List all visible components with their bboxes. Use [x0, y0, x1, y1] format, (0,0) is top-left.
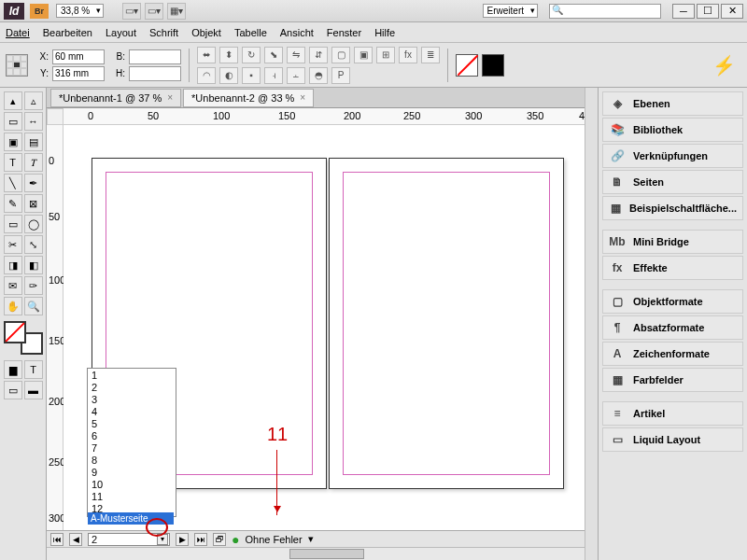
list-item[interactable]: 5 [92, 418, 172, 430]
workspace-dropdown[interactable]: Erweitert [483, 4, 538, 18]
right-page[interactable] [329, 158, 564, 489]
effects-icon[interactable]: fx [399, 47, 417, 63]
gradient-feather-tool[interactable]: ◧ [24, 256, 43, 274]
pen-tool[interactable]: ✒ [24, 174, 43, 192]
screen-mode-icon[interactable]: ▭▾ [145, 3, 163, 20]
list-item[interactable]: 10 [92, 479, 172, 491]
view-options-icon[interactable]: ▭▾ [122, 3, 141, 20]
select-container-icon[interactable]: ▢ [331, 47, 350, 63]
content-collector-tool[interactable]: ▣ [4, 133, 22, 151]
doc-tab-1[interactable]: *Unbenannt-1 @ 37 %× [50, 89, 181, 107]
next-page-button[interactable]: ▶ [176, 533, 189, 546]
x-input[interactable] [52, 49, 105, 64]
apply-text-icon[interactable]: T [24, 360, 43, 379]
h-input[interactable] [129, 66, 181, 81]
fill-none-icon[interactable] [456, 54, 478, 77]
menu-objekt[interactable]: Objekt [191, 27, 221, 38]
minimize-button[interactable]: ─ [672, 4, 695, 19]
free-transform-tool[interactable]: ⤡ [24, 235, 43, 254]
close-tab-icon[interactable]: × [167, 92, 173, 103]
shear-icon[interactable]: ⬊ [264, 47, 283, 63]
type-tool[interactable]: T [4, 153, 22, 172]
stroke-black-icon[interactable] [482, 54, 504, 77]
horizontal-scrollbar[interactable] [47, 547, 585, 560]
type-on-path-tool[interactable]: 𝑇 [24, 153, 43, 172]
note-tool[interactable]: ✉ [4, 276, 22, 295]
open-panel-button[interactable]: 🗗 [213, 533, 226, 546]
corner-icon[interactable]: ◠ [197, 67, 216, 84]
pathfinder-icon[interactable]: ◓ [309, 67, 328, 84]
maximize-button[interactable]: ☐ [697, 4, 719, 19]
menu-layout[interactable]: Layout [106, 27, 136, 38]
master-page-highlight[interactable]: A-Musterseite [88, 512, 174, 525]
page-tool[interactable]: ▭ [4, 112, 22, 131]
search-input[interactable] [549, 4, 661, 19]
panel-ebenen[interactable]: ◈Ebenen [602, 91, 743, 116]
list-item[interactable]: 1 [92, 370, 172, 382]
preflight-status[interactable]: Ohne Fehler [245, 534, 302, 545]
menu-tabelle[interactable]: Tabelle [234, 27, 267, 38]
direct-selection-tool[interactable]: ▵ [24, 91, 43, 110]
opacity-icon[interactable]: ◐ [219, 67, 238, 84]
quick-apply-icon[interactable]: ⚡ [712, 54, 736, 77]
panel-mini-bridge[interactable]: MbMini Bridge [602, 230, 743, 254]
reference-point-icon[interactable] [6, 54, 28, 77]
zoom-dropdown[interactable]: 33,8 % [56, 4, 104, 18]
menu-datei[interactable]: Datei [6, 27, 30, 38]
zoom-tool[interactable]: 🔍 [24, 297, 43, 315]
ellipse-tool[interactable]: ◯ [24, 215, 43, 233]
fit-content-icon[interactable]: ⊞ [376, 47, 395, 63]
y-input[interactable] [52, 66, 105, 81]
selection-tool[interactable]: ▴ [4, 91, 22, 110]
list-item[interactable]: 11 [92, 491, 172, 503]
content-placer-tool[interactable]: ▤ [24, 133, 43, 151]
normal-view-icon[interactable]: ▭ [4, 381, 22, 399]
panel-bibliothek[interactable]: 📚Bibliothek [602, 118, 743, 142]
ruler-origin[interactable] [47, 108, 63, 125]
scissors-tool[interactable]: ✂ [4, 235, 22, 254]
close-button[interactable]: ✕ [721, 4, 743, 19]
panel-farbfelder[interactable]: ▦Farbfelder [602, 368, 743, 392]
scale-y-icon[interactable]: ⬍ [219, 47, 238, 63]
text-wrap-icon[interactable]: ≣ [421, 47, 440, 63]
eyedropper-tool[interactable]: ✑ [24, 276, 43, 295]
page-number-list[interactable]: 1 2 3 4 5 6 7 8 9 10 11 12 [87, 368, 176, 517]
menu-fenster[interactable]: Fenster [327, 27, 361, 38]
list-item[interactable]: 8 [92, 455, 172, 467]
panel-beispielschaltfl-che-[interactable]: ▦Beispielschaltfläche... [602, 196, 743, 220]
last-page-button[interactable]: ⏭ [194, 533, 207, 546]
gradient-swatch-tool[interactable]: ◨ [4, 256, 22, 274]
list-item[interactable]: 4 [92, 406, 172, 418]
flip-v-icon[interactable]: ⇵ [309, 47, 328, 63]
panel-absatzformate[interactable]: ¶Absatzformate [602, 315, 743, 340]
text-on-path-icon[interactable]: P [331, 67, 350, 84]
panel-seiten[interactable]: 🗎Seiten [602, 170, 743, 194]
align-icon[interactable]: ⫞ [264, 67, 283, 84]
panel-liquid-layout[interactable]: ▭Liquid Layout [602, 427, 743, 452]
drop-shadow-icon[interactable]: ▪ [242, 67, 261, 84]
scrollbar-thumb[interactable] [289, 549, 364, 559]
close-tab-icon[interactable]: × [300, 92, 305, 103]
dropdown-arrow-icon[interactable]: ▾ [157, 534, 168, 545]
prev-page-button[interactable]: ◀ [69, 533, 82, 546]
gap-tool[interactable]: ↔ [24, 112, 43, 131]
list-item[interactable]: 7 [92, 442, 172, 455]
panel-collapse-strip[interactable] [585, 88, 598, 560]
doc-tab-2[interactable]: *Unbenannt-2 @ 33 %× [183, 89, 314, 107]
panel-verkn-pfungen[interactable]: 🔗Verknüpfungen [602, 144, 743, 168]
flip-h-icon[interactable]: ⇋ [287, 47, 305, 63]
panel-zeichenformate[interactable]: AZeichenformate [602, 342, 743, 366]
select-content-icon[interactable]: ▣ [354, 47, 373, 63]
distribute-icon[interactable]: ⫠ [287, 67, 305, 84]
preview-icon[interactable]: ▬ [24, 381, 43, 399]
first-page-button[interactable]: ⏮ [50, 533, 63, 546]
fill-stroke-toolbox[interactable] [4, 321, 43, 355]
rectangle-tool[interactable]: ▭ [4, 215, 22, 233]
menu-bearbeiten[interactable]: Bearbeiten [43, 27, 92, 38]
list-item[interactable]: 2 [92, 382, 172, 394]
rectangle-frame-tool[interactable]: ⊠ [24, 194, 43, 213]
pasteboard[interactable]: 1 2 3 4 5 6 7 8 9 10 11 12 A-Musterseite… [63, 125, 585, 530]
menu-schrift[interactable]: Schrift [149, 27, 178, 38]
page-dropdown[interactable]: 2▾ [88, 533, 170, 546]
menu-hilfe[interactable]: Hilfe [374, 27, 395, 38]
